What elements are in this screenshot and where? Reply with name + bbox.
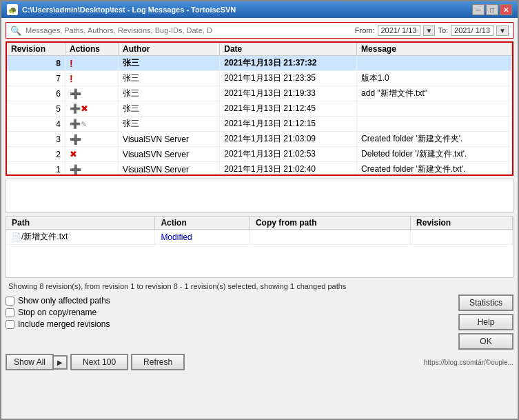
author-cell: 张三 xyxy=(119,86,220,101)
path-table-body: 📄/新增文件.txtModified xyxy=(6,230,513,245)
message-cell xyxy=(357,101,512,117)
from-calendar-button[interactable]: ▼ xyxy=(423,26,436,36)
log-table: Revision Actions Author Date Message 8!张… xyxy=(7,43,512,176)
author-cell: 张三 xyxy=(119,56,220,71)
bottom-section: Show only affected paths Stop on copy/re… xyxy=(6,294,513,350)
col-message[interactable]: Message xyxy=(357,43,512,56)
checkbox-affected-paths: Show only affected paths xyxy=(6,296,453,306)
col-actions[interactable]: Actions xyxy=(65,43,119,56)
next-100-button[interactable]: Next 100 xyxy=(70,354,128,370)
checkbox-stop-on-copy: Stop on copy/rename xyxy=(6,308,453,317)
date-cell: 2021年1月13日 21:02:40 xyxy=(220,162,357,177)
date-cell: 2021年1月13日 21:03:09 xyxy=(220,132,357,147)
bottom-toolbar: Show All ▶ Next 100 Refresh https://blog… xyxy=(6,354,513,370)
col-author[interactable]: Author xyxy=(119,43,220,56)
add-icon: ➕ xyxy=(70,103,81,114)
log-table-row[interactable]: 3➕VisualSVN Server2021年1月13日 21:03:09Cre… xyxy=(7,132,512,147)
url-bar: https://blog.csomtár/©ouple... xyxy=(187,359,513,366)
statistics-button[interactable]: Statistics xyxy=(458,294,513,311)
checkbox-include-merged-label: Include merged revisions xyxy=(18,319,110,329)
revision-cell: 5 xyxy=(7,101,65,117)
search-bar: 🔍 From: 2021/ 1/13 ▼ To: 2021/ 1/13 ▼ xyxy=(6,22,513,39)
main-content: 🔍 From: 2021/ 1/13 ▼ To: 2021/ 1/13 ▼ Re… xyxy=(1,18,518,419)
help-button[interactable]: Help xyxy=(458,314,513,330)
log-table-header: Revision Actions Author Date Message xyxy=(7,43,512,56)
path-table-header: Path Action Copy from path Revision xyxy=(6,217,513,230)
log-table-row[interactable]: 5➕✖张三2021年1月13日 21:12:45 xyxy=(7,101,512,117)
title-bar-left: 🐢 C:\Users\admin\Desktop\test - Log Mess… xyxy=(7,4,236,15)
minimize-button[interactable]: ─ xyxy=(472,4,485,15)
date-cell: 2021年1月13日 21:19:33 xyxy=(220,86,357,101)
revision-cell: 2 xyxy=(7,147,65,162)
maximize-button[interactable]: □ xyxy=(486,4,498,15)
author-cell: VisualSVN Server xyxy=(119,147,220,162)
bottom-left: Show only affected paths Stop on copy/re… xyxy=(6,294,453,330)
col-date[interactable]: Date xyxy=(220,43,357,56)
message-cell: Created folder '新建文件夹'. xyxy=(357,132,512,147)
add-icon: ➕ xyxy=(70,134,81,145)
col-path-revision[interactable]: Revision xyxy=(411,217,513,230)
checkbox-include-merged: Include merged revisions xyxy=(6,319,453,329)
main-window: 🐢 C:\Users\admin\Desktop\test - Log Mess… xyxy=(0,0,519,420)
add2-icon: ➕ xyxy=(70,164,81,175)
actions-cell: ! xyxy=(65,71,119,86)
show-all-button[interactable]: Show All xyxy=(6,354,54,370)
message-cell: add "新增文件.txt" xyxy=(357,86,512,101)
message-cell: 版本1.0 xyxy=(357,71,512,86)
from-date[interactable]: 2021/ 1/13 xyxy=(378,25,420,36)
message-cell xyxy=(357,117,512,132)
revision-cell: 4 xyxy=(7,117,65,132)
path-action-cell: Modified xyxy=(155,230,250,245)
log-table-row[interactable]: 8!张三2021年1月13日 21:37:32 xyxy=(7,56,512,71)
revision-cell: 8 xyxy=(7,56,65,71)
to-label: To: xyxy=(438,26,448,34)
log-table-row[interactable]: 4➕✎张三2021年1月13日 21:12:15 xyxy=(7,117,512,132)
message-cell: Deleted folder '/新建文件.txt'. xyxy=(357,147,512,162)
author-cell: 张三 xyxy=(119,101,220,117)
show-all-arrow-button[interactable]: ▶ xyxy=(54,355,68,370)
message-cell: Created folder '新建文件.txt'. xyxy=(357,162,512,177)
actions-cell: ✖ xyxy=(65,147,119,162)
path-table-container: Path Action Copy from path Revision 📄/新增… xyxy=(6,216,513,278)
message-cell xyxy=(357,56,512,71)
checkbox-affected-paths-label: Show only affected paths xyxy=(18,296,110,306)
log-table-row[interactable]: 2✖VisualSVN Server2021年1月13日 21:02:53Del… xyxy=(7,147,512,162)
path-table-row[interactable]: 📄/新增文件.txtModified xyxy=(6,230,513,245)
to-date[interactable]: 2021/ 1/13 xyxy=(451,25,493,36)
checkbox-stop-on-copy-input[interactable] xyxy=(6,308,14,317)
add-icon: ➕ xyxy=(70,119,81,129)
log-table-row[interactable]: 1➕VisualSVN Server2021年1月13日 21:02:40Cre… xyxy=(7,162,512,177)
author-cell: VisualSVN Server xyxy=(119,132,220,147)
message-panel xyxy=(6,179,513,213)
col-copy-from[interactable]: Copy from path xyxy=(250,217,410,230)
app-icon: 🐢 xyxy=(7,4,18,15)
close-button[interactable]: ✕ xyxy=(500,4,512,15)
date-cell: 2021年1月13日 21:12:45 xyxy=(220,101,357,117)
col-path[interactable]: Path xyxy=(6,217,155,230)
search-icon: 🔍 xyxy=(10,26,21,36)
path-cell: 📄/新增文件.txt xyxy=(6,230,155,245)
ok-button[interactable]: OK xyxy=(458,333,513,350)
author-cell: 张三 xyxy=(119,71,220,86)
log-table-row[interactable]: 7!张三2021年1月13日 21:23:35版本1.0 xyxy=(7,71,512,86)
show-all-container: Show All ▶ xyxy=(6,354,68,370)
actions-cell: ➕ xyxy=(65,132,119,147)
checkboxes-section: Show only affected paths Stop on copy/re… xyxy=(6,294,453,330)
checkbox-affected-paths-input[interactable] xyxy=(6,297,14,306)
checkbox-include-merged-input[interactable] xyxy=(6,320,14,329)
actions-cell: ! xyxy=(65,56,119,71)
actions-cell: ➕ xyxy=(65,162,119,177)
from-to-section: From: 2021/ 1/13 ▼ To: 2021/ 1/13 ▼ xyxy=(355,25,509,36)
refresh-button[interactable]: Refresh xyxy=(131,354,185,370)
search-input[interactable] xyxy=(26,26,351,34)
bottom-right: Statistics Help OK xyxy=(458,294,513,350)
copy-from-cell xyxy=(250,230,410,245)
to-calendar-button[interactable]: ▼ xyxy=(496,26,509,36)
log-table-row[interactable]: 6➕张三2021年1月13日 21:19:33add "新增文件.txt" xyxy=(7,86,512,101)
col-revision[interactable]: Revision xyxy=(7,43,65,56)
path-table: Path Action Copy from path Revision 📄/新增… xyxy=(6,217,513,245)
revision-cell: 3 xyxy=(7,132,65,147)
date-cell: 2021年1月13日 21:37:32 xyxy=(220,56,357,71)
col-path-action[interactable]: Action xyxy=(155,217,250,230)
date-cell: 2021年1月13日 21:02:53 xyxy=(220,147,357,162)
